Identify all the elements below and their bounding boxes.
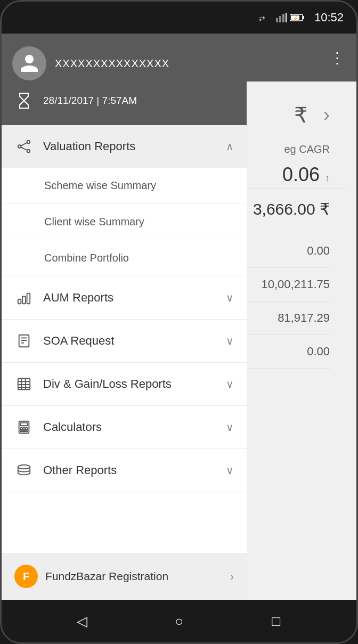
fundzbazar-registration-item[interactable]: F FundzBazar Registration ›: [2, 553, 247, 600]
scheme-wise-summary-item[interactable]: Scheme wise Summary: [2, 168, 247, 204]
svg-rect-16: [18, 299, 21, 304]
div-chevron-icon: ∨: [226, 378, 234, 390]
combine-portfolio-item[interactable]: Combine Portfolio: [2, 240, 247, 276]
div-icon: [14, 374, 34, 394]
valuation-chevron-up-icon: ∧: [226, 140, 234, 153]
svg-point-37: [18, 465, 30, 469]
calculators-label: Calculators: [43, 420, 102, 434]
svg-point-11: [18, 145, 21, 148]
login-date: 28/11/2017 | 7:57AM: [43, 95, 137, 107]
valuation-sub-items: Scheme wise Summary Client wise Summary …: [2, 168, 247, 276]
home-button[interactable]: ○: [166, 608, 192, 634]
soa-icon: [14, 331, 34, 350]
other-reports-label: Other Reports: [43, 463, 117, 477]
battery-icon: ⚡: [290, 13, 305, 22]
svg-rect-33: [26, 428, 28, 430]
svg-rect-31: [20, 428, 22, 430]
recents-button[interactable]: □: [263, 608, 289, 634]
drawer-header: XXXXXXXXXXXXXXX 28/11/2017 | 7:57AM: [2, 34, 247, 125]
status-bar: ⇄ ⚡ 10:52: [2, 2, 356, 34]
svg-rect-17: [22, 296, 26, 304]
calculator-icon: [14, 418, 34, 437]
svg-rect-18: [27, 294, 30, 304]
signal-icons: ⇄ ⚡: [259, 13, 305, 22]
calculators-item[interactable]: Calculators ∨: [2, 406, 247, 449]
svg-rect-32: [23, 428, 25, 430]
svg-rect-3: [282, 14, 284, 22]
side-drawer: XXXXXXXXXXXXXXX 28/11/2017 | 7:57AM: [2, 34, 247, 600]
back-button[interactable]: ◁: [69, 608, 95, 634]
calculators-section: Calculators ∨: [2, 406, 247, 449]
svg-rect-34: [20, 431, 22, 432]
div-gain-loss-label: Div & Gain/Loss Reports: [43, 377, 172, 391]
user-name: XXXXXXXXXXXXXXX: [55, 58, 169, 70]
other-reports-icon: [14, 461, 34, 480]
valuation-reports-label: Valuation Reports: [43, 140, 135, 153]
user-row: XXXXXXXXXXXXXXX: [12, 46, 236, 80]
soa-request-section: SOA Request ∨: [2, 320, 247, 363]
svg-line-14: [21, 143, 27, 146]
svg-rect-30: [20, 423, 27, 426]
phone-frame: ⇄ ⚡ 10:52 ⋮ ₹: [0, 0, 358, 644]
aum-reports-label: AUM Reports: [43, 291, 113, 305]
other-chevron-icon: ∨: [226, 464, 234, 477]
date-row: 28/11/2017 | 7:57AM: [12, 89, 236, 112]
svg-rect-4: [286, 13, 287, 22]
svg-rect-35: [23, 431, 25, 432]
bottom-nav: ◁ ○ □: [2, 600, 356, 642]
fundzbazar-label: FundzBazar Registration: [45, 570, 168, 583]
valuation-icon: [14, 137, 34, 156]
app-area: ⋮ ₹ › eg CAGR 0.06 ↑ 3,666.00 ₹ 0.00 10,…: [2, 34, 356, 600]
calc-chevron-icon: ∨: [226, 421, 234, 434]
aum-reports-item[interactable]: AUM Reports ∨: [2, 276, 247, 319]
soa-chevron-icon: ∨: [226, 335, 234, 347]
div-gain-loss-section: Div & Gain/Loss Reports ∨: [2, 363, 247, 406]
rupee-icon: ₹: [294, 103, 307, 127]
user-icon: [19, 53, 40, 74]
svg-rect-6: [303, 16, 304, 19]
wifi-icon: ⇄: [259, 13, 273, 22]
client-wise-summary-item[interactable]: Client wise Summary: [2, 204, 247, 240]
status-time: 10:52: [314, 11, 344, 25]
other-reports-item[interactable]: Other Reports ∨: [2, 449, 247, 492]
aum-icon: [14, 288, 34, 307]
valuation-reports-section: Valuation Reports ∧ Scheme wise Summary …: [2, 125, 247, 276]
spacer: [2, 492, 247, 553]
signal-icon: [276, 13, 287, 22]
aum-chevron-icon: ∨: [226, 291, 234, 304]
more-options-icon[interactable]: ⋮: [330, 49, 346, 67]
svg-rect-36: [26, 431, 28, 432]
svg-rect-2: [279, 16, 281, 22]
svg-point-13: [27, 150, 30, 153]
avatar: [12, 46, 46, 80]
time-icon: [12, 89, 36, 112]
next-arrow-icon[interactable]: ›: [323, 104, 330, 126]
other-reports-section: Other Reports ∨: [2, 449, 247, 492]
svg-point-12: [27, 141, 30, 144]
fundzbazar-logo: F: [14, 565, 38, 588]
soa-request-label: SOA Request: [43, 334, 114, 348]
soa-request-item[interactable]: SOA Request ∨: [2, 320, 247, 362]
svg-rect-1: [276, 18, 278, 22]
svg-text:⇄: ⇄: [259, 14, 265, 22]
fundzbazar-arrow-icon: ›: [230, 570, 234, 583]
aum-reports-section: AUM Reports ∨: [2, 276, 247, 320]
valuation-reports-header[interactable]: Valuation Reports ∧: [2, 125, 247, 168]
svg-line-15: [21, 147, 27, 150]
div-gain-loss-item[interactable]: Div & Gain/Loss Reports ∨: [2, 363, 247, 405]
svg-text:⚡: ⚡: [293, 15, 298, 21]
